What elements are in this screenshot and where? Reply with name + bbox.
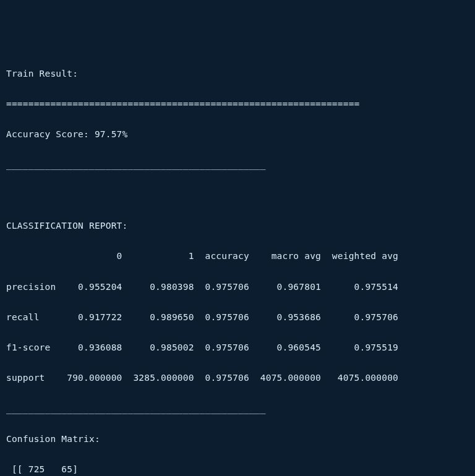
train-table-head: 0 1 accuracy macro avg weighted avg xyxy=(6,249,469,264)
train-table-row: support 790.000000 3285.000000 0.975706 … xyxy=(6,370,469,386)
train-hr-single-1: ________________________________________… xyxy=(6,157,469,172)
blank-line xyxy=(6,188,469,203)
train-cm-title: Confusion Matrix: xyxy=(6,431,469,447)
train-header: Train Result: xyxy=(6,66,469,82)
train-table-row: f1-score 0.936088 0.985002 0.975706 0.96… xyxy=(6,340,469,355)
train-table-row: precision 0.955204 0.980398 0.975706 0.9… xyxy=(6,279,469,295)
train-hr-single-2: ________________________________________… xyxy=(6,401,469,417)
train-accuracy: Accuracy Score: 97.57% xyxy=(6,127,469,142)
train-cm-row: [[ 725 65] xyxy=(6,462,469,476)
train-hr-double: ========================================… xyxy=(6,96,469,112)
train-report-title: CLASSIFICATION REPORT: xyxy=(6,218,469,234)
train-table-row: recall 0.917722 0.989650 0.975706 0.9536… xyxy=(6,310,469,325)
